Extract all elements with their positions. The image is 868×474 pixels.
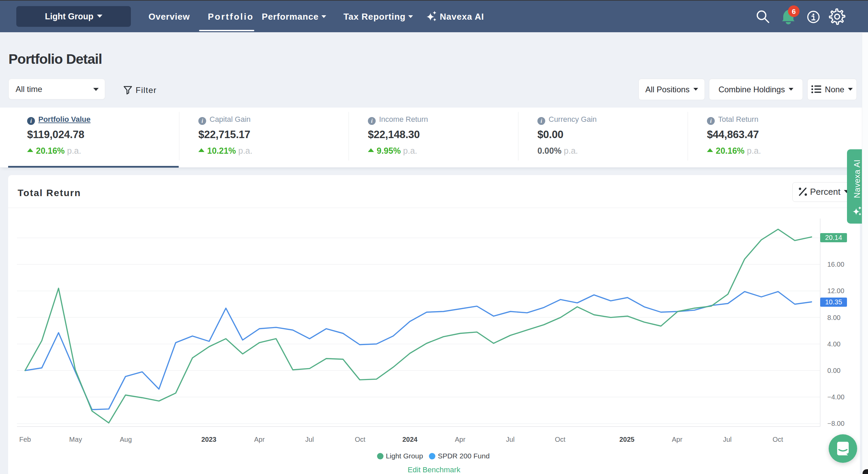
svg-text:Jul: Jul <box>506 436 515 443</box>
svg-text:10.35: 10.35 <box>825 298 842 306</box>
svg-text:−4.00: −4.00 <box>827 393 845 401</box>
svg-text:16.00: 16.00 <box>827 261 844 268</box>
svg-text:Jul: Jul <box>305 436 314 443</box>
svg-text:Apr: Apr <box>254 436 264 443</box>
svg-text:Oct: Oct <box>772 436 783 443</box>
svg-text:0.00: 0.00 <box>827 367 841 374</box>
svg-text:−8.00: −8.00 <box>827 420 845 427</box>
svg-text:6: 6 <box>792 7 796 15</box>
svg-text:8.00: 8.00 <box>827 314 841 321</box>
svg-text:2023: 2023 <box>201 436 217 443</box>
svg-text:2024: 2024 <box>402 436 418 443</box>
svg-text:20.14: 20.14 <box>825 234 842 241</box>
svg-text:12.00: 12.00 <box>827 287 844 295</box>
svg-text:Jul: Jul <box>723 436 732 443</box>
svg-text:Oct: Oct <box>355 436 366 443</box>
svg-text:Oct: Oct <box>555 436 566 443</box>
svg-text:Aug: Aug <box>120 436 132 443</box>
svg-text:Feb: Feb <box>19 436 31 443</box>
svg-text:Apr: Apr <box>672 436 682 443</box>
svg-text:4.00: 4.00 <box>827 340 841 348</box>
svg-text:Apr: Apr <box>455 436 465 443</box>
svg-text:2025: 2025 <box>619 436 635 443</box>
svg-text:May: May <box>69 436 82 443</box>
